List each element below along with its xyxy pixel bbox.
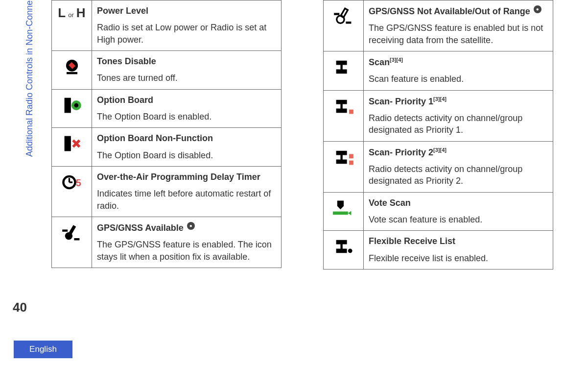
row-title: Over-the-Air Programming Delay Timer bbox=[97, 172, 276, 183]
cell-icon: 5 bbox=[52, 167, 92, 217]
row-desc: The GPS/GNSS feature is enabled. The ico… bbox=[97, 239, 276, 263]
table-row: Scan- Priority 1[3][4] Radio detects act… bbox=[324, 90, 553, 141]
vote-scan-icon bbox=[333, 197, 354, 219]
row-desc: Indicates time left before automatic res… bbox=[97, 188, 276, 212]
row-title: Power Level bbox=[97, 5, 276, 17]
table-row: Tones Disable Tones are turned off. bbox=[52, 50, 282, 89]
cell-text: Power Level Radio is set at Low power or… bbox=[92, 0, 282, 51]
left-table: L or H Power Level Radio is set at Low p… bbox=[51, 0, 282, 268]
right-table: GPS/GNSS Not Available/Out of Range ● Th… bbox=[323, 0, 553, 270]
cell-text: GPS/GNSS Not Available/Out of Range ● Th… bbox=[364, 0, 553, 51]
svg-rect-22 bbox=[349, 154, 353, 158]
table-row: Scan- Priority 2[3][4] Radio detects act… bbox=[324, 141, 553, 192]
cell-icon bbox=[324, 51, 364, 90]
svg-rect-16 bbox=[74, 238, 79, 240]
table-row: L or H Power Level Radio is set at Low p… bbox=[52, 0, 282, 51]
cell-icon bbox=[324, 0, 364, 51]
row-desc: Radio detects activity on channel/group … bbox=[369, 112, 548, 136]
cell-text: Scan[3][4] Scan feature is enabled. bbox=[364, 51, 553, 90]
row-desc: Radio detects activity on channel/group … bbox=[369, 163, 548, 187]
svg-rect-18 bbox=[340, 8, 348, 18]
row-desc: The Option Board is disabled. bbox=[97, 149, 276, 161]
svg-rect-2 bbox=[67, 72, 77, 74]
row-title: GPS/GNSS Not Available/Out of Range ● bbox=[369, 5, 548, 17]
svg-rect-14 bbox=[69, 225, 76, 234]
scan-icon bbox=[333, 56, 354, 78]
option-board-icon bbox=[61, 95, 83, 116]
option-board-nf-icon bbox=[61, 133, 83, 154]
cell-text: Over-the-Air Programming Delay Timer Ind… bbox=[92, 167, 282, 217]
cell-icon bbox=[52, 217, 92, 268]
table-row: Option Board The Option Board is enabled… bbox=[52, 89, 282, 128]
gps-available-icon bbox=[61, 222, 83, 244]
row-title: Scan[3][4] bbox=[369, 56, 548, 68]
row-title: Scan- Priority 1[3][4] bbox=[369, 96, 548, 107]
svg-rect-6 bbox=[64, 136, 71, 151]
gps-not-available-icon bbox=[333, 5, 354, 27]
cell-icon bbox=[324, 90, 364, 141]
svg-rect-19 bbox=[334, 13, 339, 15]
cell-text: Tones Disable Tones are turned off. bbox=[92, 50, 282, 89]
footnote-ref: [3][4] bbox=[390, 57, 403, 63]
cell-icon bbox=[52, 50, 92, 89]
svg-point-5 bbox=[74, 103, 78, 107]
cell-icon bbox=[324, 231, 364, 270]
footnote-ref: [3][4] bbox=[433, 96, 447, 102]
table-row: Option Board Non-Function The Option Boa… bbox=[52, 128, 282, 167]
row-desc: Scan feature is enabled. bbox=[369, 73, 548, 85]
row-title: Option Board bbox=[97, 95, 276, 106]
row-desc: The Option Board is enabled. bbox=[97, 111, 276, 123]
footnote-ref: [3][4] bbox=[433, 147, 447, 153]
power-level-icon: H bbox=[76, 5, 86, 20]
cell-icon bbox=[324, 192, 364, 231]
table-row: Vote Scan Vote scan feature is enabled. bbox=[324, 192, 553, 231]
svg-rect-15 bbox=[62, 229, 68, 231]
table-row: Scan[3][4] Scan feature is enabled. bbox=[324, 51, 553, 90]
badge-icon: ● bbox=[187, 222, 195, 230]
flex-rx-icon bbox=[333, 236, 354, 257]
row-desc: Radio is set at Low power or Radio is se… bbox=[97, 22, 276, 46]
svg-point-24 bbox=[348, 249, 352, 253]
table-row: 5 Over-the-Air Programming Delay Timer I… bbox=[52, 167, 282, 217]
scan-p1-icon bbox=[333, 96, 354, 117]
cell-icon bbox=[324, 141, 364, 192]
power-level-icon: L bbox=[58, 5, 66, 20]
svg-rect-23 bbox=[349, 160, 353, 165]
svg-text:5: 5 bbox=[75, 177, 81, 188]
row-desc: Vote scan feature is enabled. bbox=[369, 214, 548, 225]
cell-text: Flexible Receive List Flexible receive l… bbox=[364, 231, 553, 270]
cell-text: GPS/GNSS Available ● The GPS/GNSS featur… bbox=[92, 217, 282, 268]
row-desc: Tones are turned off. bbox=[97, 72, 276, 84]
table-row: Flexible Receive List Flexible receive l… bbox=[324, 231, 553, 270]
cell-icon bbox=[52, 128, 92, 167]
table-row: GPS/GNSS Available ● The GPS/GNSS featur… bbox=[52, 217, 282, 268]
row-title: Option Board Non-Function bbox=[97, 133, 276, 144]
cell-icon: L or H bbox=[52, 0, 92, 51]
tones-disable-icon bbox=[61, 56, 83, 77]
scan-p2-icon bbox=[333, 147, 354, 168]
cell-text: Scan- Priority 1[3][4] Radio detects act… bbox=[364, 90, 553, 141]
row-title: Tones Disable bbox=[97, 56, 276, 67]
table-row: GPS/GNSS Not Available/Out of Range ● Th… bbox=[324, 0, 553, 51]
language-tab: English bbox=[14, 341, 72, 358]
row-title: Flexible Receive List bbox=[369, 236, 548, 247]
badge-icon: ● bbox=[534, 5, 541, 13]
or-text: or bbox=[68, 11, 74, 19]
cell-text: Option Board Non-Function The Option Boa… bbox=[92, 128, 282, 167]
row-title: Scan- Priority 2[3][4] bbox=[369, 147, 548, 158]
row-desc: Flexible receive list is enabled. bbox=[369, 252, 548, 264]
cell-text: Vote Scan Vote scan feature is enabled. bbox=[364, 192, 553, 231]
cell-text: Scan- Priority 2[3][4] Radio detects act… bbox=[364, 141, 553, 192]
svg-rect-21 bbox=[349, 109, 353, 114]
otap-timer-icon: 5 bbox=[61, 172, 83, 193]
svg-rect-3 bbox=[64, 98, 71, 113]
svg-rect-20 bbox=[346, 22, 351, 24]
row-title: Vote Scan bbox=[369, 197, 548, 209]
section-title: Additional Radio Controls in Non-Connect… bbox=[24, 0, 35, 157]
row-title: GPS/GNSS Available ● bbox=[97, 222, 276, 234]
page-number: 40 bbox=[13, 300, 27, 315]
cell-text: Option Board The Option Board is enabled… bbox=[92, 89, 282, 128]
row-desc: The GPS/GNSS feature is enabled but is n… bbox=[369, 22, 548, 46]
cell-icon bbox=[52, 89, 92, 128]
